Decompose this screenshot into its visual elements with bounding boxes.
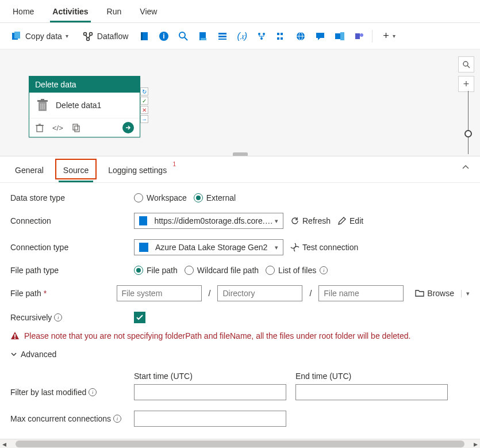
info-icon[interactable]: i bbox=[89, 388, 97, 396]
start-time-label: Start time (UTC) bbox=[134, 372, 286, 381]
activity-header: Delete data bbox=[29, 76, 140, 93]
add-button[interactable]: + ▾ bbox=[379, 28, 399, 44]
test-connection-button[interactable]: Test connection bbox=[290, 243, 358, 252]
menu-run[interactable]: Run bbox=[105, 3, 124, 22]
info-icon[interactable]: i bbox=[113, 415, 121, 423]
radio-workspace[interactable]: Workspace bbox=[134, 193, 187, 202]
svg-rect-1 bbox=[14, 32, 20, 39]
svg-point-29 bbox=[360, 33, 363, 37]
activity-ports: ↻ ✓ ✕ → bbox=[140, 87, 148, 123]
refresh-button[interactable]: Refresh bbox=[290, 216, 331, 225]
delete-icon[interactable] bbox=[35, 123, 44, 132]
chat-icon[interactable] bbox=[314, 30, 326, 42]
connection-type-select[interactable]: Azure Data Lake Storage Gen2 ▾ bbox=[134, 239, 283, 255]
copy-data-button[interactable]: Copy data ▾ bbox=[7, 28, 72, 44]
test-connection-label: Test connection bbox=[302, 243, 358, 252]
search-icon[interactable] bbox=[178, 30, 189, 42]
radio-external[interactable]: External bbox=[194, 193, 236, 202]
start-time-input[interactable] bbox=[134, 384, 286, 400]
tab-logging-label: Logging settings bbox=[108, 166, 167, 175]
pipeline-icon[interactable] bbox=[256, 30, 267, 42]
file-name-input[interactable] bbox=[318, 285, 404, 301]
warning-message: Please note that you are not specifying … bbox=[10, 331, 470, 340]
radio-wildcard[interactable]: Wildcard file path bbox=[185, 266, 259, 275]
edit-button[interactable]: Edit bbox=[337, 216, 363, 225]
menu-activities[interactable]: Activities bbox=[50, 3, 90, 22]
end-time-input[interactable] bbox=[295, 384, 448, 400]
svg-rect-28 bbox=[355, 33, 360, 39]
canvas-add-button[interactable]: + bbox=[458, 76, 474, 92]
port-success[interactable]: ✓ bbox=[140, 97, 148, 105]
steps-icon[interactable] bbox=[275, 30, 287, 42]
scrollbar-thumb[interactable] bbox=[16, 441, 464, 447]
max-conn-input[interactable] bbox=[134, 411, 286, 427]
svg-point-18 bbox=[260, 37, 263, 40]
menu-view[interactable]: View bbox=[137, 3, 159, 22]
preview-rail bbox=[468, 91, 469, 154]
advanced-toggle[interactable]: Advanced bbox=[10, 350, 470, 359]
radio-file-path[interactable]: File path bbox=[134, 266, 178, 275]
port-fail[interactable]: ✕ bbox=[140, 106, 148, 114]
list-icon[interactable] bbox=[217, 30, 228, 42]
svg-rect-14 bbox=[218, 36, 226, 37]
radio-wildcard-label: Wildcard file path bbox=[197, 266, 259, 275]
svg-rect-40 bbox=[75, 126, 79, 132]
variable-icon[interactable]: (𝑥) bbox=[236, 30, 248, 42]
end-time-label: End time (UTC) bbox=[295, 372, 448, 381]
resize-grip[interactable] bbox=[233, 152, 248, 156]
run-icon[interactable] bbox=[122, 122, 134, 133]
tab-general[interactable]: General bbox=[10, 162, 48, 182]
activity-card[interactable]: Delete data Delete data1 </> bbox=[29, 76, 140, 137]
pipeline-canvas[interactable]: Delete data Delete data1 </> ↻ ✓ ✕ → + bbox=[0, 49, 480, 156]
chevron-down-icon[interactable]: ▾ bbox=[461, 290, 470, 297]
svg-rect-27 bbox=[340, 32, 344, 40]
recursively-checkbox[interactable] bbox=[134, 312, 145, 323]
plus-icon: + bbox=[383, 30, 389, 42]
menu-home[interactable]: Home bbox=[10, 3, 36, 22]
collapse-panel-icon[interactable] bbox=[462, 163, 470, 171]
svg-rect-15 bbox=[218, 39, 226, 40]
horizontal-scrollbar[interactable]: ◂ ▸ bbox=[0, 439, 480, 448]
label-data-store-type: Data store type bbox=[10, 193, 134, 202]
teams-icon[interactable] bbox=[354, 30, 365, 42]
code-icon[interactable]: </> bbox=[52, 124, 63, 132]
tab-logging[interactable]: Logging settings 1 bbox=[103, 162, 171, 182]
info-icon[interactable]: i bbox=[54, 313, 62, 321]
copy-data-label: Copy data bbox=[25, 32, 62, 41]
port-skip[interactable]: → bbox=[140, 115, 148, 123]
refresh-label: Refresh bbox=[302, 216, 331, 225]
advanced-label: Advanced bbox=[21, 350, 56, 359]
connection-select[interactable]: https://didem0storage.dfs.core.wind... ▾ bbox=[134, 213, 283, 229]
canvas-search-button[interactable] bbox=[458, 56, 474, 72]
directory-input[interactable] bbox=[217, 285, 302, 301]
property-tabs: General Source Logging settings 1 bbox=[0, 156, 480, 183]
port-retry[interactable]: ↻ bbox=[140, 87, 148, 95]
radio-list-files[interactable]: List of files i bbox=[266, 266, 328, 275]
activity-body: Delete data1 bbox=[29, 93, 140, 118]
chevron-down-icon: ▾ bbox=[66, 33, 68, 39]
label-recursively: Recursively i bbox=[10, 313, 134, 322]
tab-source[interactable]: Source bbox=[59, 162, 93, 182]
browse-button[interactable]: Browse bbox=[415, 289, 454, 298]
svg-rect-31 bbox=[37, 100, 48, 102]
dataflow-button[interactable]: Dataflow bbox=[79, 28, 132, 44]
outlook-icon[interactable] bbox=[334, 30, 345, 42]
top-menu: Home Activities Run View bbox=[0, 0, 480, 23]
globe-icon[interactable] bbox=[295, 30, 306, 42]
preview-knob[interactable] bbox=[464, 130, 472, 137]
svg-rect-6 bbox=[141, 32, 143, 40]
svg-rect-44 bbox=[14, 338, 16, 339]
source-form: Data store type Workspace External Conne… bbox=[0, 183, 480, 447]
notebook-icon[interactable] bbox=[139, 30, 150, 42]
svg-point-3 bbox=[89, 32, 92, 35]
svg-line-42 bbox=[467, 66, 470, 68]
trash-icon bbox=[36, 98, 49, 112]
script-icon[interactable] bbox=[197, 30, 209, 42]
activity-footer: </> bbox=[29, 118, 140, 137]
svg-point-17 bbox=[263, 33, 265, 35]
copy-icon[interactable] bbox=[71, 123, 80, 132]
datalake-icon bbox=[139, 216, 147, 225]
info-icon[interactable]: i bbox=[320, 266, 328, 274]
file-system-input[interactable] bbox=[117, 285, 202, 301]
info-icon[interactable]: i bbox=[158, 30, 170, 42]
